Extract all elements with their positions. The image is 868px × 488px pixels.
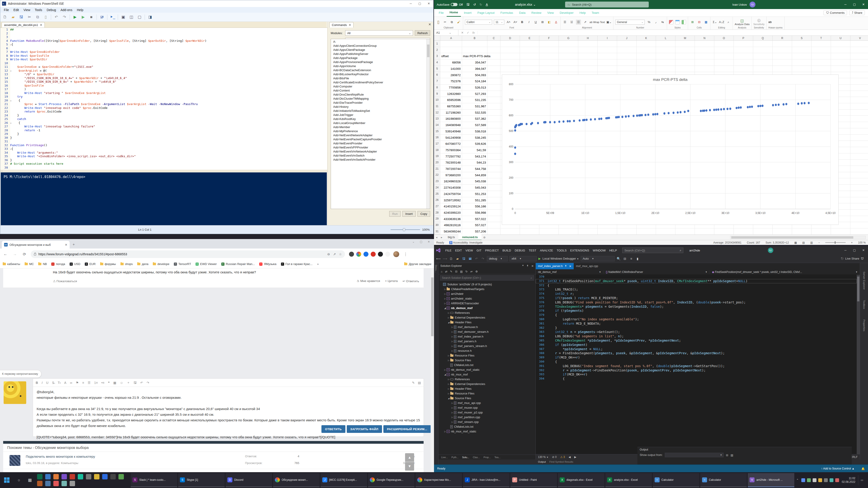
cell-offset[interactable]: 782300148	[440, 160, 462, 166]
chevron-collapsed-icon[interactable]: ▷	[451, 326, 454, 328]
cell-delta[interactable]: 531,967	[462, 103, 487, 109]
borders-icon[interactable]: ⊞	[540, 20, 545, 25]
cell-delta[interactable]: 541,59	[462, 147, 487, 153]
dock-tab-toolbox[interactable]: Toolbox	[862, 298, 866, 311]
properties-icon[interactable]: ≡	[629, 257, 633, 260]
ribbon-tab-formulas[interactable]: Formulas	[498, 9, 516, 17]
cell-delta[interactable]: 545,043	[462, 185, 487, 191]
pinned-app-icon[interactable]	[70, 481, 75, 486]
column-header-S[interactable]: S	[792, 36, 811, 41]
command-item[interactable]: Add-InitiatorIdToMaskingSet	[331, 109, 430, 113]
row-header-28[interactable]: 28	[434, 210, 440, 216]
editor-tool-icon[interactable]: ↶	[141, 381, 143, 385]
editor-tool-icon[interactable]: ❝	[108, 381, 110, 385]
pinned-app-icon[interactable]	[37, 474, 42, 480]
browser-menu-icon[interactable]: ⋮	[402, 252, 409, 257]
bookmark-icon[interactable]: ▮	[636, 257, 640, 260]
taskbar-app-обсуждение[interactable]: Обсуждение монит...	[273, 473, 320, 487]
cell-offset[interactable]: 541240908	[440, 135, 462, 141]
tree-item[interactable]: ▷hmxf_index_parser.h	[438, 334, 535, 339]
tree-item[interactable]: ▷CMakePredefinedTargets	[438, 287, 535, 291]
format-as-table-icon[interactable]	[675, 20, 680, 24]
pinned-app-icon[interactable]	[61, 474, 67, 480]
editor-tool-icon[interactable]: I	[41, 381, 42, 385]
similar-topic-row[interactable]: Подключить много мониторов к компьютеруt…	[3, 452, 424, 469]
cell-offset[interactable]: 757800364	[440, 147, 462, 153]
pinned-app-icon[interactable]	[53, 474, 59, 480]
close-icon[interactable]: ✕	[428, 23, 431, 26]
pin-icon[interactable]: 🖈	[526, 264, 529, 268]
editor-tool-icon[interactable]: ＋	[127, 381, 130, 385]
tray-icon[interactable]	[824, 478, 828, 482]
reply-button[interactable]: ОТВЕТИТЬ	[321, 425, 345, 433]
command-item[interactable]: Add-MpPreference	[331, 129, 430, 133]
bookmark-item[interactable]: ГГол в гараже Крас...	[281, 262, 313, 266]
bookmark-item[interactable]: NB	[38, 262, 47, 266]
clear-output-icon[interactable]: ⊟	[726, 453, 728, 457]
pinned-app-icon[interactable]	[86, 474, 91, 480]
switch-views-icon[interactable]: ⇄	[445, 270, 447, 273]
profile-avatar[interactable]	[393, 251, 399, 257]
output-tab-find-symbol-results[interactable]: Find Symbol Results	[550, 460, 573, 463]
new-tab-icon[interactable]: ＋	[72, 242, 75, 247]
output-source-dropdown[interactable]: ▼	[665, 453, 723, 457]
tray-expand-icon[interactable]: ⌃	[796, 479, 799, 482]
avatar[interactable]: IU	[749, 2, 755, 7]
pinned-app-icon[interactable]	[70, 474, 75, 480]
zoom-slider[interactable]	[825, 242, 846, 243]
editor-tool-icon[interactable]: ▦	[113, 381, 116, 385]
pinned-app-icon[interactable]	[119, 474, 124, 480]
vs-menu-extensions[interactable]: EXTENSIONS	[568, 249, 591, 252]
pinned-app-icon[interactable]	[94, 474, 99, 480]
row-header-13[interactable]: 13	[434, 116, 440, 122]
vs-menu-view[interactable]: VIEW	[464, 249, 475, 252]
command-item[interactable]: Add-AppvClientPackage	[331, 48, 430, 52]
column-header-G[interactable]: G	[559, 36, 578, 41]
cell-delta[interactable]: 556,166	[462, 203, 487, 210]
editor-tool-icon[interactable]: ↷	[147, 381, 149, 385]
paste-button[interactable]: ▯	[436, 20, 441, 25]
code-line[interactable]: 25 catch	[0, 117, 327, 121]
command-item[interactable]: Add-AppxVolume	[331, 64, 430, 68]
taskbar-app-untitled[interactable]: PUntitled - Paint	[510, 473, 557, 487]
column-header-P[interactable]: P	[734, 36, 753, 41]
code-line[interactable]: 4Function MakeBundle([String]$parInnoBin…	[0, 39, 327, 43]
redo-icon[interactable]: ↷	[61, 14, 67, 20]
undo-icon[interactable]: ↺	[473, 3, 476, 6]
bookmark-item[interactable]: дела	[137, 262, 148, 266]
column-header-B[interactable]: B	[462, 36, 487, 41]
cancel-icon[interactable]: ✕	[461, 31, 464, 34]
bookmark-item[interactable]: TTensorRT	[174, 262, 191, 266]
minimize-icon[interactable]: ⌄	[410, 239, 417, 244]
row-header-30[interactable]: 30	[434, 222, 440, 228]
column-header-V[interactable]: V	[850, 36, 868, 41]
cell-offset[interactable]: 164080948	[440, 122, 462, 128]
panel-tab[interactable]: Prop...	[482, 456, 492, 459]
live-share-icon[interactable]: ⎋	[841, 257, 843, 260]
tray-icon[interactable]	[818, 478, 822, 482]
row-header-25[interactable]: 25	[434, 191, 440, 197]
tree-item[interactable]: ◢+nb_mux_mxf	[438, 372, 535, 377]
command-item[interactable]: Add-Computer	[331, 84, 430, 88]
bookmark-item[interactable]: MC	[25, 262, 34, 266]
code-line[interactable]: 37# Script execution starts here	[0, 162, 327, 166]
notification-center-icon[interactable]: ▭	[858, 475, 866, 485]
cell-delta[interactable]: 532,535	[462, 109, 487, 116]
prev-icon[interactable]: ◀	[568, 455, 570, 459]
copy-button[interactable]: Copy	[417, 211, 430, 217]
cell-delta[interactable]: 354,047	[462, 59, 487, 66]
command-item[interactable]: Add-Content	[331, 88, 430, 92]
cell-delta[interactable]: 504,093	[462, 72, 487, 78]
commands-tab[interactable]: Commands ✕	[329, 22, 353, 28]
column-header-C[interactable]: C	[487, 36, 500, 41]
view-page-icon[interactable]: ▤	[802, 241, 805, 244]
code-line[interactable]: 29 }	[0, 132, 327, 136]
editor-tool-icon[interactable]: 🖫	[133, 381, 137, 385]
command-item[interactable]: Add-EtwTraceProvider	[331, 101, 430, 105]
vs-menu-test[interactable]: TEST	[527, 249, 538, 252]
command-item[interactable]: Add-NetEventProvider	[331, 141, 430, 145]
cell-delta[interactable]: 557,022	[462, 216, 487, 222]
run-icon[interactable]: ▶	[538, 257, 541, 260]
cell-offset[interactable]: 5634099244	[440, 228, 462, 234]
pinned-app-icon[interactable]	[110, 474, 116, 480]
